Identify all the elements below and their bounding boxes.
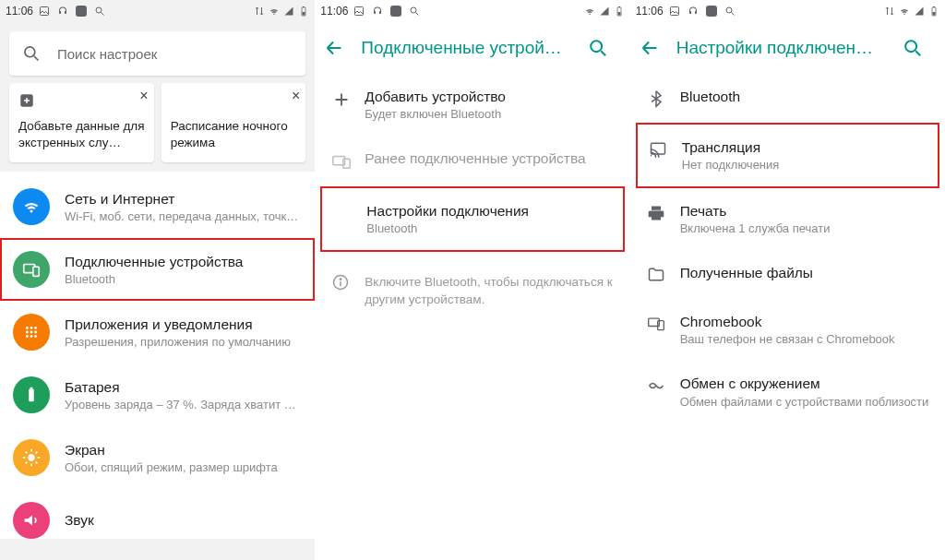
settings-item-network[interactable]: Сеть и ИнтернетWi-Fi, моб. сети, передач… xyxy=(0,175,315,238)
row-subtitle: Включена 1 служба печати xyxy=(680,221,930,235)
svg-line-38 xyxy=(601,51,605,55)
devices-icon xyxy=(331,151,365,172)
plus-box-icon xyxy=(18,92,145,109)
close-icon[interactable]: × xyxy=(292,89,300,103)
status-clock: 11:06 xyxy=(636,5,664,18)
svg-rect-10 xyxy=(33,268,39,277)
svg-point-1 xyxy=(96,7,102,13)
bluetooth-info: Включите Bluetooth, чтобы подключаться к… xyxy=(315,252,629,324)
item-subtitle: Разрешения, приложения по умолчанию xyxy=(65,335,302,349)
emergency-info-card[interactable]: × Добавьте данные для экстренных слу… xyxy=(9,83,154,162)
svg-rect-36 xyxy=(617,12,620,16)
item-title: Экран xyxy=(65,442,302,459)
svg-point-37 xyxy=(591,41,602,52)
wifi-icon xyxy=(584,6,595,17)
folder-icon xyxy=(647,266,680,284)
svg-rect-4 xyxy=(303,6,305,7)
search-bar[interactable]: Поиск настроек xyxy=(9,31,305,76)
svg-rect-44 xyxy=(670,7,678,16)
row-title: Ранее подключенные устройства xyxy=(365,150,615,167)
battery-icon xyxy=(298,6,309,17)
search-button[interactable] xyxy=(588,38,621,58)
bluetooth-row[interactable]: Bluetooth xyxy=(630,74,945,123)
row-title: Трансляция xyxy=(682,139,923,156)
item-title: Приложения и уведомления xyxy=(65,316,302,333)
row-title: Обмен с окружением xyxy=(680,375,930,392)
svg-line-7 xyxy=(34,56,39,61)
wifi-icon xyxy=(269,6,280,17)
settings-item-connected-devices[interactable]: Подключенные устройстваBluetooth xyxy=(0,238,315,301)
wifi-circle-icon xyxy=(13,188,50,225)
row-subtitle: Будет включен Bluetooth xyxy=(365,107,615,121)
search-icon xyxy=(409,6,420,17)
connection-preferences-row[interactable]: Настройки подключенияBluetooth xyxy=(320,186,624,252)
cast-row[interactable]: ТрансляцияНет подключения xyxy=(636,123,939,188)
signal-icon xyxy=(599,6,610,17)
back-button[interactable] xyxy=(324,38,357,58)
phone-settings-main: 11:06 xyxy=(0,0,315,560)
image-icon xyxy=(353,6,365,17)
svg-point-32 xyxy=(411,7,416,13)
wifi-icon xyxy=(899,6,910,17)
svg-rect-5 xyxy=(303,12,305,16)
svg-line-30 xyxy=(36,452,38,454)
svg-rect-35 xyxy=(618,6,620,7)
night-mode-card[interactable]: × Расписание ночного режима xyxy=(161,83,306,162)
bluetooth-icon xyxy=(647,89,680,108)
row-subtitle: Нет подключения xyxy=(682,158,923,172)
battery-icon xyxy=(928,6,939,17)
svg-line-2 xyxy=(102,13,104,16)
svg-line-29 xyxy=(26,462,28,464)
svg-rect-48 xyxy=(933,6,935,7)
settings-item-apps[interactable]: Приложения и уведомленияРазрешения, прил… xyxy=(0,301,315,363)
status-bar: 11:06 xyxy=(0,0,315,22)
row-title: Полученные файлы xyxy=(680,265,930,281)
search-icon xyxy=(94,6,105,17)
settings-item-sound[interactable]: Звук xyxy=(0,489,315,539)
image-icon xyxy=(39,6,50,17)
image-icon xyxy=(669,6,680,17)
app-icon xyxy=(390,6,401,17)
svg-point-43 xyxy=(341,279,341,280)
item-subtitle: Bluetooth xyxy=(65,272,302,286)
headset-icon xyxy=(688,6,699,17)
app-bar: Настройки подключен… xyxy=(630,22,945,74)
headset-icon xyxy=(57,6,68,17)
item-title: Подключенные устройства xyxy=(65,254,302,270)
status-clock: 11:06 xyxy=(6,5,33,18)
item-title: Батарея xyxy=(65,379,302,396)
add-device-row[interactable]: Добавить устройствоБудет включен Bluetoo… xyxy=(315,74,629,136)
item-subtitle: Wi-Fi, моб. сети, передача данных, точк… xyxy=(65,209,302,223)
status-bar: 11:06 xyxy=(315,0,629,22)
svg-point-17 xyxy=(26,336,29,339)
app-icon xyxy=(76,6,87,17)
devices-icon xyxy=(647,315,680,333)
svg-point-11 xyxy=(26,327,29,329)
battery-circle-icon xyxy=(13,376,50,413)
row-subtitle: Bluetooth xyxy=(366,221,607,235)
svg-point-6 xyxy=(25,47,35,57)
nearby-share-icon xyxy=(647,376,680,395)
info-text: Включите Bluetooth, чтобы подключаться к… xyxy=(365,274,615,309)
svg-point-15 xyxy=(30,331,33,334)
chromebook-row[interactable]: ChromebookВаш телефон не связан с Chrome… xyxy=(630,299,945,361)
nearby-share-row[interactable]: Обмен с окружениемОбмен файлами с устрой… xyxy=(630,361,945,425)
item-subtitle: Обои, спящий режим, размер шрифта xyxy=(65,460,302,474)
search-button[interactable] xyxy=(903,38,936,58)
close-icon[interactable]: × xyxy=(139,89,148,103)
row-title: Chromebook xyxy=(680,314,930,330)
svg-line-28 xyxy=(36,462,38,464)
settings-item-battery[interactable]: БатареяУровень заряда – 37 %. Заряда хва… xyxy=(0,363,315,426)
print-row[interactable]: ПечатьВключена 1 служба печати xyxy=(630,188,945,250)
svg-point-18 xyxy=(30,336,33,339)
received-files-row[interactable]: Полученные файлы xyxy=(630,250,945,299)
item-title: Звук xyxy=(65,512,302,529)
back-button[interactable] xyxy=(640,38,673,58)
row-title: Печать xyxy=(680,203,930,220)
settings-item-display[interactable]: ЭкранОбои, спящий режим, размер шрифта xyxy=(0,426,315,489)
svg-rect-31 xyxy=(355,7,364,16)
svg-rect-20 xyxy=(29,389,34,402)
sound-circle-icon xyxy=(13,502,50,539)
page-title: Подключенные устрой… xyxy=(357,38,587,58)
data-icon xyxy=(884,6,895,17)
